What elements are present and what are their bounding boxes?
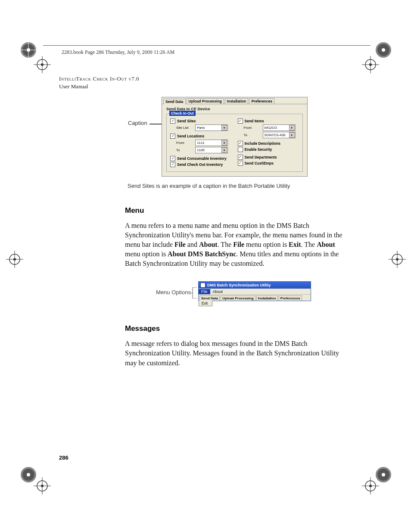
label-site-list: Site List: [176, 126, 193, 130]
chevron-down-icon: ▼: [221, 140, 227, 146]
checkbox-send-departments[interactable]: ✓: [238, 155, 243, 160]
figure-batch-portable-utility: Send Data Upload Processing Installation…: [162, 97, 308, 177]
svg-point-38: [369, 485, 372, 487]
figure1-caption: Send Sites is an example of a caption in…: [128, 183, 349, 189]
menu-paragraph: A menu refers to a menu name and menu op…: [125, 221, 349, 268]
combo-value: 1105: [197, 148, 205, 152]
checkbox-enable-security[interactable]: [238, 147, 243, 152]
menubar: File About: [199, 289, 311, 294]
menu-file[interactable]: File: [199, 289, 210, 294]
titlebar: DMS Batch Synchronization Utility: [199, 282, 311, 289]
checkbox-include-desc[interactable]: ✓: [238, 141, 243, 146]
main-content: Send Data Upload Processing Installation…: [125, 97, 349, 368]
right-column: ✓Send Items From 0412CO▼ To SON7CS-430▼ …: [238, 118, 299, 168]
svg-point-20: [13, 258, 16, 261]
bracket-icon: [191, 287, 198, 300]
heading-messages: Messages: [125, 324, 349, 333]
label-from: From: [176, 141, 193, 145]
groupbox-legend: Check In-Out: [169, 111, 196, 116]
tab-bar-2: Send Data Upload Processing Installation…: [199, 294, 311, 301]
groupbox-check-in-out: Check In-Out ✓Send Sites Site List Paris…: [166, 114, 303, 172]
menu-about[interactable]: About: [210, 289, 226, 294]
label-include-desc: Include Descriptions: [245, 141, 281, 146]
tab2-installation[interactable]: Installation: [256, 296, 278, 301]
label-send-custemps: Send Cust\Emps: [245, 161, 274, 165]
chevron-down-icon: ▼: [289, 125, 295, 131]
label-items-from: From: [244, 126, 261, 130]
combo-value: 1111: [197, 141, 205, 145]
tab2-upload[interactable]: Upload Processing: [221, 296, 255, 301]
crop-mark-br2: [362, 477, 379, 495]
combo-value: SON7CS-430: [265, 133, 286, 137]
tab-upload-processing[interactable]: Upload Processing: [187, 98, 224, 104]
svg-point-12: [41, 63, 44, 66]
label-send-checkout: Send Check Out Inventory: [177, 162, 223, 167]
menu-item-exit[interactable]: Exit: [199, 301, 212, 306]
checkbox-send-checkout[interactable]: ✓: [170, 162, 175, 167]
svg-point-24: [396, 258, 399, 261]
checkbox-send-locations[interactable]: ✓: [170, 134, 175, 139]
left-column: ✓Send Sites Site List Paris▼ ✓Send Locat…: [170, 118, 232, 168]
chevron-down-icon: ▼: [221, 147, 227, 153]
svg-point-27: [27, 473, 30, 476]
label-send-items: Send Items: [245, 119, 264, 123]
title-line2: User Manual: [59, 83, 139, 90]
crop-mark-mr: [389, 251, 406, 268]
panel-send-data: Send Data to CE Device Check In-Out ✓Sen…: [162, 104, 307, 176]
figure2-wrap: Menu Options DMS Batch Synchronization U…: [125, 281, 349, 303]
label-items-to: To: [244, 133, 261, 137]
crop-mark-ml: [6, 251, 23, 268]
heading-menu: Menu: [125, 206, 349, 215]
label-send-departments: Send Departments: [245, 155, 277, 159]
label-enable-security: Enable Security: [245, 147, 272, 152]
combo-loc-from[interactable]: 1111▼: [195, 140, 228, 146]
chevron-down-icon: ▼: [289, 132, 295, 138]
crop-mark-bl2: [34, 477, 51, 495]
chevron-down-icon: ▼: [221, 125, 227, 131]
svg-point-8: [382, 48, 385, 52]
app-icon: [200, 283, 206, 288]
crop-mark-tl2: [34, 56, 51, 73]
tab2-preferences[interactable]: Preferences: [279, 296, 302, 301]
svg-point-16: [369, 63, 372, 66]
checkbox-send-custemps[interactable]: ✓: [238, 161, 243, 166]
messages-paragraph: A message refers to dialog box messages …: [125, 339, 349, 367]
menu-options-label: Menu Options: [156, 289, 191, 296]
page-header: 2283.book Page 286 Thursday, July 9, 200…: [62, 49, 174, 56]
checkbox-send-consumable[interactable]: ✓: [170, 156, 175, 161]
label-send-sites: Send Sites: [177, 119, 196, 123]
combo-value: Paris: [197, 126, 205, 130]
document-title: IntelliTrack Check In-Out v7.0 User Manu…: [59, 75, 139, 90]
combo-site-list[interactable]: Paris▼: [195, 124, 228, 131]
combo-loc-to[interactable]: 1105▼: [195, 147, 228, 153]
svg-point-30: [382, 473, 385, 476]
page-number: 286: [59, 454, 68, 461]
title-line1: IntelliTrack Check In-Out v7.0: [59, 75, 139, 83]
tab-send-data[interactable]: Send Data: [163, 99, 186, 104]
crop-mark-tr2: [362, 56, 379, 73]
checkbox-send-sites[interactable]: ✓: [170, 118, 175, 124]
label-send-locations: Send Locations: [177, 134, 204, 138]
label-to: To: [176, 148, 193, 152]
tab-installation[interactable]: Installation: [225, 98, 249, 104]
figure-dms-batch-sync: DMS Batch Synchronization Utility File A…: [198, 281, 311, 301]
window-title: DMS Batch Synchronization Utility: [207, 283, 271, 287]
label-send-consumable: Send Consumable Inventory: [177, 156, 227, 161]
tab-preferences[interactable]: Preferences: [249, 98, 274, 104]
header-rule: [43, 45, 371, 46]
tab-bar: Send Data Upload Processing Installation…: [162, 97, 307, 104]
tab2-send-data[interactable]: Send Data: [199, 296, 220, 301]
checkbox-send-items[interactable]: ✓: [238, 118, 243, 124]
combo-items-to[interactable]: SON7CS-430▼: [263, 132, 296, 138]
combo-value: 0412CO: [265, 126, 277, 130]
svg-point-34: [41, 485, 44, 487]
combo-items-from[interactable]: 0412CO▼: [263, 124, 296, 131]
